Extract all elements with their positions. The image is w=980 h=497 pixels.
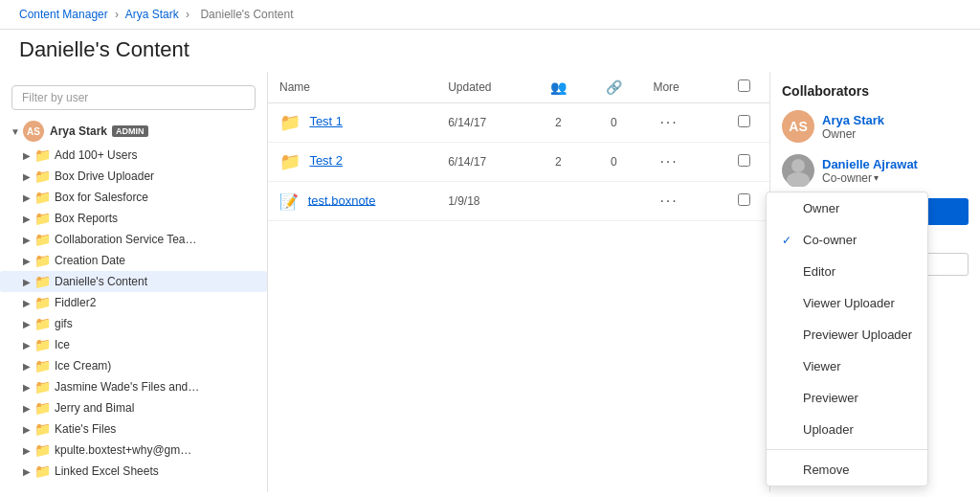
- dropdown-label-owner: Owner: [803, 201, 839, 215]
- dropdown-item-viewer[interactable]: Viewer: [767, 350, 927, 382]
- dropdown-label-coowner: Co-owner: [803, 233, 857, 247]
- dropdown-item-editor[interactable]: Editor: [767, 256, 927, 287]
- dropdown-item-coowner[interactable]: ✓ Co-owner: [767, 224, 927, 256]
- dropdown-item-owner[interactable]: Owner: [767, 192, 927, 224]
- checkmark-icon: ✓: [782, 234, 795, 247]
- dropdown-label-viewer: Viewer: [803, 359, 841, 373]
- dropdown-divider: [767, 449, 927, 450]
- dropdown-item-uploader[interactable]: Uploader: [767, 414, 927, 445]
- dropdown-label-previewer-uploader: Previewer Uploader: [803, 328, 912, 342]
- dropdown-label-previewer: Previewer: [803, 391, 858, 405]
- dropdown-label-editor: Editor: [803, 264, 835, 279]
- role-dropdown-menu: Owner ✓ Co-owner Editor Viewer Uploader …: [766, 192, 928, 486]
- dropdown-item-previewer-uploader[interactable]: Previewer Uploader: [767, 319, 927, 350]
- dropdown-item-previewer[interactable]: Previewer: [767, 382, 927, 414]
- dropdown-item-remove[interactable]: Remove: [767, 454, 927, 486]
- dropdown-label-viewer-uploader: Viewer Uploader: [803, 296, 895, 310]
- dropdown-label-remove: Remove: [803, 463, 849, 477]
- dropdown-item-viewer-uploader[interactable]: Viewer Uploader: [767, 287, 927, 319]
- dropdown-label-uploader: Uploader: [803, 422, 854, 437]
